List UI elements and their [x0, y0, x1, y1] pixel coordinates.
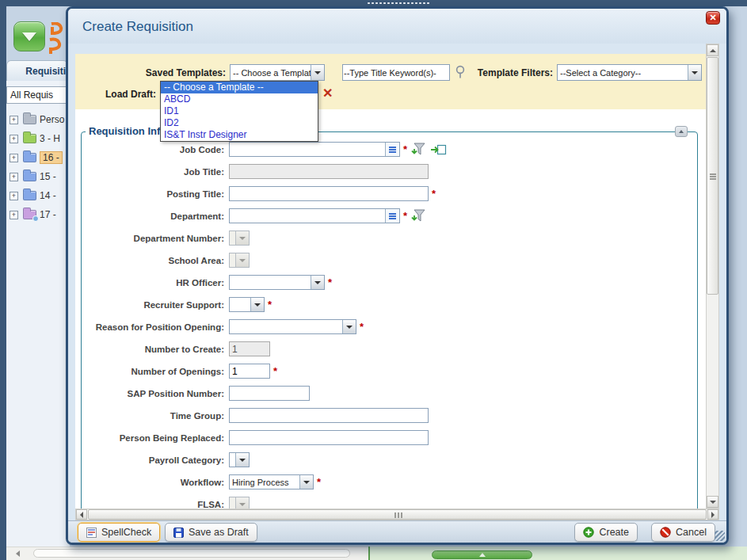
expand-icon[interactable]: + [10, 173, 18, 181]
field-row-number-of-openings: Number of Openings: * [82, 364, 697, 379]
tree-item-personal[interactable]: + Perso [10, 110, 68, 129]
spellcheck-icon [86, 528, 97, 538]
tree-item-label: 3 - H [40, 133, 60, 144]
tree-item-3[interactable]: + 3 - H [10, 129, 68, 148]
lookup-list-icon[interactable] [385, 143, 399, 156]
save-as-draft-button[interactable]: Save as Draft [165, 523, 257, 542]
dialog-horizontal-scrollbar[interactable] [75, 509, 719, 520]
dropdown-button[interactable] [342, 320, 356, 333]
required-marker: * [432, 188, 436, 200]
tree-item-16[interactable]: + 16 - [10, 148, 68, 167]
field-row-reason: Reason for Position Opening: * [82, 319, 697, 334]
saved-templates-value: -- Choose a Template -- [231, 68, 311, 78]
page-horizontal-scrollbar[interactable] [6, 547, 368, 560]
option-abcd[interactable]: ABCD [161, 93, 318, 105]
screen: Requisiti All Requis + Perso + 3 - H + 1… [0, 0, 747, 560]
scroll-left-button[interactable] [76, 509, 87, 520]
cancel-button[interactable]: Cancel [651, 523, 715, 542]
expand-icon[interactable]: + [10, 154, 18, 162]
category-filter-select[interactable]: --Select a Category-- [557, 64, 702, 81]
panel-expand-handle[interactable] [432, 550, 532, 559]
scroll-left-icon[interactable] [16, 550, 20, 557]
scrollbar-thumb[interactable] [33, 549, 350, 558]
job-title-label: Job Title: [82, 167, 229, 177]
field-row-recruiter-support: Recruiter Support: * [82, 297, 697, 312]
option-ist-instr-designer[interactable]: IS&T Instr Designer [161, 129, 318, 141]
scroll-up-button[interactable] [707, 44, 718, 56]
splitter-drag-handle-icon[interactable] [367, 2, 430, 5]
required-marker: * [360, 321, 364, 333]
scroll-right-icon [711, 512, 715, 518]
title-keyword-input[interactable] [342, 64, 450, 81]
scroll-right-button[interactable] [707, 509, 718, 520]
sap-position-input[interactable] [229, 386, 310, 401]
workflow-value: Hiring Process [230, 478, 299, 487]
expand-icon[interactable]: + [10, 116, 18, 124]
hr-officer-select[interactable] [229, 275, 325, 290]
dropdown-button[interactable] [311, 65, 324, 80]
scroll-down-button[interactable] [707, 496, 718, 508]
department-input[interactable] [229, 208, 400, 223]
expand-icon[interactable]: + [10, 192, 18, 200]
person-replaced-input[interactable] [229, 430, 429, 445]
chevron-up-icon [679, 130, 684, 133]
tree-item-14[interactable]: + 14 - [10, 186, 68, 205]
folder-icon [23, 153, 36, 162]
saved-templates-select[interactable]: -- Choose a Template -- [230, 64, 325, 81]
required-marker: * [403, 210, 407, 222]
tree-item-15[interactable]: + 15 - [10, 167, 68, 186]
job-code-input[interactable] [229, 142, 400, 157]
department-text[interactable] [230, 209, 385, 223]
reason-select[interactable] [229, 319, 356, 334]
dropdown-button[interactable] [688, 65, 701, 80]
job-title-input [229, 164, 429, 179]
expand-icon[interactable]: + [10, 211, 18, 219]
tab-requisitions[interactable]: Requisiti [6, 60, 68, 81]
requisition-filter-select[interactable]: All Requis [6, 86, 68, 104]
posting-title-input[interactable] [229, 186, 429, 201]
tree-item-label: Perso [40, 114, 64, 125]
recruiter-support-select[interactable] [229, 297, 265, 312]
job-code-label: Job Code: [82, 145, 229, 154]
close-button[interactable]: ✕ [706, 11, 720, 25]
expand-icon[interactable]: + [10, 135, 18, 143]
create-button[interactable]: Create [574, 523, 638, 542]
tree-item-17[interactable]: + 17 - [10, 205, 68, 224]
flsa-label: FLSA: [82, 500, 229, 509]
number-of-openings-input[interactable] [229, 364, 270, 379]
autofill-from-code-icon[interactable] [430, 144, 447, 155]
option-id1[interactable]: ID1 [161, 105, 318, 117]
scrollbar-thumb[interactable] [707, 57, 718, 295]
field-row-department: Department: * [82, 208, 697, 223]
dropdown-button[interactable] [299, 475, 313, 489]
option-id2[interactable]: ID2 [161, 117, 318, 129]
option-choose-template[interactable]: -- Choose a Template -- [161, 82, 318, 93]
workflow-select[interactable]: Hiring Process [229, 474, 314, 490]
payroll-category-select[interactable] [229, 452, 250, 467]
department-number-select [229, 230, 250, 246]
time-group-input[interactable] [229, 408, 429, 423]
clear-draft-icon[interactable]: ✕ [322, 87, 333, 100]
dialog-vertical-scrollbar[interactable] [706, 44, 719, 509]
scroll-up-icon [710, 49, 716, 52]
app-collapse-button[interactable] [13, 21, 45, 51]
lookup-list-icon[interactable] [385, 209, 399, 223]
folder-icon [23, 191, 36, 200]
filter-funnel-icon[interactable] [411, 209, 426, 223]
required-marker: * [317, 476, 321, 488]
scrollbar-thumb[interactable] [88, 509, 707, 520]
filter-funnel-icon[interactable] [411, 143, 426, 156]
field-row-payroll-category: Payroll Category: [82, 452, 697, 467]
plus-circle-icon [583, 527, 594, 538]
dropdown-button[interactable] [311, 276, 324, 289]
dropdown-button[interactable] [235, 453, 249, 467]
spellcheck-button[interactable]: SpellCheck [78, 523, 160, 542]
dropdown-button[interactable] [250, 298, 264, 311]
job-code-text[interactable] [230, 143, 385, 156]
field-row-department-number: Department Number: [82, 230, 697, 246]
dialog-resize-handle[interactable] [715, 531, 725, 541]
collapse-section-button[interactable] [675, 126, 688, 137]
search-icon[interactable] [455, 65, 467, 82]
save-icon [173, 528, 184, 538]
cancel-circle-icon [660, 527, 671, 538]
